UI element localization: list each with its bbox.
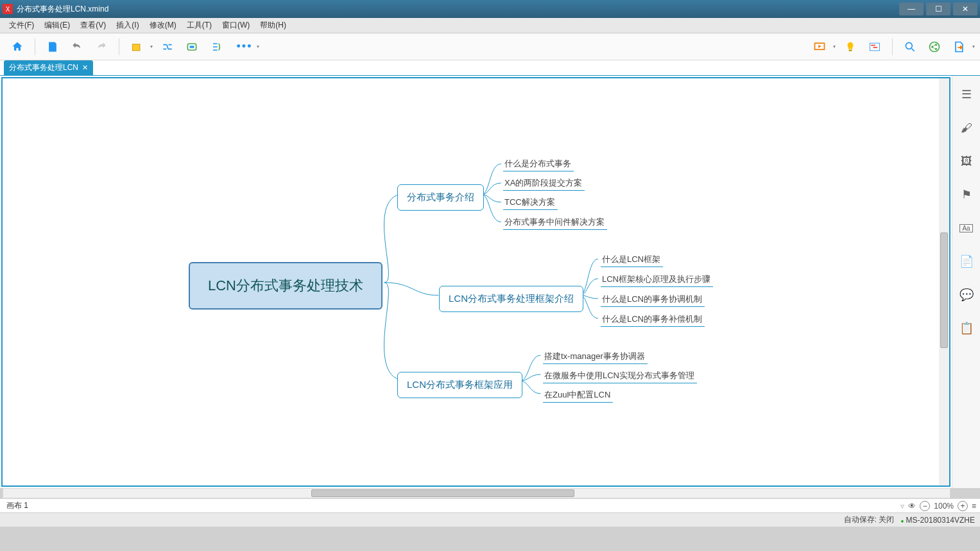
tab-close-icon[interactable]: ✕ bbox=[82, 64, 88, 72]
more-button[interactable]: ••• bbox=[235, 37, 254, 57]
presentation-button[interactable] bbox=[810, 37, 829, 57]
notes-icon[interactable]: 📄 bbox=[959, 254, 974, 268]
menu-bar: 文件(F) 编辑(E) 查看(V) 插入(I) 修改(M) 工具(T) 窗口(W… bbox=[0, 18, 980, 33]
title-bar: X 分布式事务处理LCN.xmind — ☐ ✕ bbox=[0, 0, 980, 18]
svg-rect-2 bbox=[190, 46, 194, 48]
horizontal-scrollbar[interactable] bbox=[3, 488, 950, 498]
separator bbox=[892, 39, 893, 55]
svg-rect-0 bbox=[132, 44, 140, 50]
idea-button[interactable] bbox=[841, 37, 860, 57]
relationship-button[interactable] bbox=[158, 37, 177, 57]
sheet-bar: 画布 1 ▿ 👁 − 100% + ≡ bbox=[0, 498, 980, 512]
zoom-in-button[interactable]: + bbox=[958, 501, 968, 511]
svg-point-8 bbox=[906, 42, 912, 49]
sheet-tab[interactable]: 画布 1 bbox=[4, 499, 31, 512]
right-panel: ☰ 🖌 🖼 ⚑ Aa 📄 💬 📋 bbox=[952, 76, 980, 488]
close-button[interactable]: ✕ bbox=[953, 3, 977, 15]
gantt-button[interactable] bbox=[865, 37, 884, 57]
mindmap-leaf[interactable]: TCC解决方案 bbox=[503, 195, 558, 210]
marker-icon[interactable]: ⚑ bbox=[959, 188, 974, 202]
menu-file[interactable]: 文件(F) bbox=[4, 19, 39, 32]
maximize-button[interactable]: ☐ bbox=[926, 3, 950, 15]
tab-active[interactable]: 分布式事务处理LCN ✕ bbox=[4, 60, 93, 75]
svg-rect-4 bbox=[849, 49, 852, 51]
workspace: LCN分布式事务处理技术 分布式事务介绍 什么是分布式事务 XA的两阶段提交方案… bbox=[0, 76, 980, 488]
outline-icon[interactable]: ☰ bbox=[959, 87, 974, 101]
svg-rect-7 bbox=[873, 47, 878, 48]
separator bbox=[119, 39, 119, 55]
mindmap-leaf[interactable]: 分布式事务中间件解决方案 bbox=[503, 215, 607, 230]
status-dot-icon: ● bbox=[900, 518, 904, 524]
mindmap-branch-1[interactable]: 分布式事务介绍 bbox=[397, 184, 484, 211]
app-icon: X bbox=[3, 4, 13, 14]
zoom-value: 100% bbox=[934, 502, 954, 511]
comments-icon[interactable]: 💬 bbox=[959, 288, 974, 302]
font-icon[interactable]: Aa bbox=[959, 221, 974, 235]
summary-button[interactable] bbox=[207, 37, 226, 57]
redo-button[interactable] bbox=[92, 37, 111, 57]
mindmap-leaf[interactable]: XA的两阶段提交方案 bbox=[503, 176, 585, 191]
menu-view[interactable]: 查看(V) bbox=[75, 19, 111, 32]
canvas[interactable]: LCN分布式事务处理技术 分布式事务介绍 什么是分布式事务 XA的两阶段提交方案… bbox=[1, 77, 950, 487]
window-title: 分布式事务处理LCN.xmind bbox=[17, 4, 897, 15]
mindmap-leaf[interactable]: 什么是LCN的事务补偿机制 bbox=[601, 312, 705, 327]
boundary-button[interactable] bbox=[182, 37, 202, 57]
svg-point-9 bbox=[930, 42, 940, 51]
new-sheet-button[interactable] bbox=[127, 37, 146, 57]
mindmap-leaf[interactable]: 什么是分布式事务 bbox=[503, 157, 574, 171]
tab-label: 分布式事务处理LCN bbox=[9, 62, 78, 73]
minimize-button[interactable]: — bbox=[899, 3, 924, 15]
toolbar: ••• bbox=[0, 33, 980, 60]
format-icon[interactable]: 🖌 bbox=[959, 121, 974, 135]
menu-help[interactable]: 帮助(H) bbox=[255, 19, 291, 32]
mindmap-leaf[interactable]: 在微服务中使用LCN实现分布式事务管理 bbox=[543, 369, 697, 383]
autosave-status: 自动保存: 关闭 bbox=[844, 514, 895, 525]
separator bbox=[35, 39, 35, 55]
menu-insert[interactable]: 插入(I) bbox=[111, 19, 144, 32]
eye-icon[interactable]: 👁 bbox=[908, 502, 916, 511]
status-bar: 自动保存: 关闭 ● MS-20180314VZHE bbox=[0, 512, 980, 527]
home-button[interactable] bbox=[8, 37, 27, 57]
search-button[interactable] bbox=[900, 37, 920, 57]
zoom-out-button[interactable]: − bbox=[920, 501, 930, 511]
zoom-menu-button[interactable]: ≡ bbox=[972, 502, 976, 511]
svg-rect-6 bbox=[871, 44, 875, 46]
mindmap-branch-2[interactable]: LCN分布式事务处理框架介绍 bbox=[439, 286, 583, 312]
save-button[interactable] bbox=[43, 37, 62, 57]
host-name: MS-20180314VZHE bbox=[906, 516, 975, 525]
scroll-thumb[interactable] bbox=[940, 232, 948, 348]
scroll-thumb[interactable] bbox=[311, 489, 574, 497]
mindmap-leaf[interactable]: 搭建tx-manager事务协调器 bbox=[543, 349, 648, 364]
menu-tools[interactable]: 工具(T) bbox=[182, 19, 217, 32]
mindmap-root[interactable]: LCN分布式事务处理技术 bbox=[189, 262, 383, 310]
vertical-scrollbar[interactable] bbox=[939, 78, 949, 485]
image-icon[interactable]: 🖼 bbox=[959, 154, 974, 168]
task-icon[interactable]: 📋 bbox=[959, 321, 974, 335]
mindmap-leaf[interactable]: 什么是LCN的事务协调机制 bbox=[601, 292, 705, 307]
mindmap-branch-3[interactable]: LCN分布式事务框架应用 bbox=[397, 372, 522, 398]
export-button[interactable] bbox=[949, 37, 968, 57]
mindmap-leaf[interactable]: LCN框架核心原理及执行步骤 bbox=[601, 272, 713, 287]
undo-button[interactable] bbox=[67, 37, 87, 57]
menu-edit[interactable]: 编辑(E) bbox=[39, 19, 75, 32]
menu-window[interactable]: 窗口(W) bbox=[217, 19, 255, 32]
menu-modify[interactable]: 修改(M) bbox=[144, 19, 182, 32]
mindmap-leaf[interactable]: 在Zuul中配置LCN bbox=[543, 388, 613, 403]
share-button[interactable] bbox=[925, 37, 944, 57]
mindmap-leaf[interactable]: 什么是LCN框架 bbox=[601, 252, 663, 267]
filter-icon[interactable]: ▿ bbox=[900, 502, 904, 511]
document-tabs: 分布式事务处理LCN ✕ bbox=[0, 60, 980, 76]
